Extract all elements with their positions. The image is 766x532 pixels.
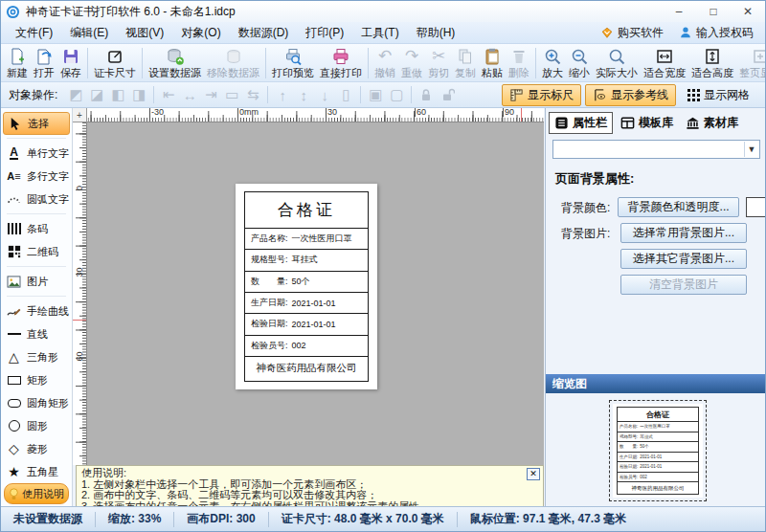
align-right-icon[interactable]: ⇥ [200,85,221,104]
copy-button[interactable]: 复制 [452,45,479,81]
tool-circle[interactable]: 圆形 [1,414,72,437]
tool-triangle[interactable]: △ 三角形 [1,345,72,368]
lock-icon[interactable] [416,85,437,104]
tool-select[interactable]: 选择 [3,112,70,135]
align-bottom-icon[interactable]: ↓ [314,85,335,104]
move-up-layer-icon[interactable]: ◧ [107,85,128,104]
menu-print[interactable]: 打印(P) [297,23,352,43]
choose-other-background-button[interactable]: 选择其它背景图片... [620,249,747,269]
unlock-icon[interactable] [437,85,458,104]
card-company-name[interactable]: 神奇医药用品有限公司 [245,357,368,381]
bring-to-front-icon[interactable]: ◩ [65,85,86,104]
show-guides-toggle[interactable]: 显示参考线 [585,84,676,106]
delete-button[interactable]: 删除 [506,45,532,81]
tool-image[interactable]: 图片 [1,270,72,293]
tool-arc-text[interactable]: 圆弧文字 [1,188,72,211]
ruler-tick-label: 90 [503,108,514,117]
paste-button[interactable]: 粘贴 [479,45,506,81]
certificate-title[interactable]: 合格证 [245,192,368,229]
distribute-horizontal-icon[interactable]: ⇆ [242,85,263,104]
fit-height-button[interactable]: 适合高度 [688,45,736,81]
tool-qrcode[interactable]: 二维码 [1,240,72,263]
divider [7,266,66,267]
toolbar-separator [360,86,361,103]
clear-background-button[interactable]: 清空背景图片 [620,275,747,295]
buy-software-button[interactable]: 购买软件 [600,25,664,41]
align-top-icon[interactable]: ↑ [272,85,293,104]
triangle-icon: △ [6,349,22,365]
menu-view[interactable]: 视图(V) [117,23,172,43]
card-row-product-name[interactable]: 产品名称:一次性医用口罩 [245,229,368,250]
menu-datasource[interactable]: 数据源(D) [230,23,298,43]
tool-star[interactable]: ★ 五角星 [1,460,72,483]
tool-barcode[interactable]: 条码 [1,217,72,240]
card-size-button[interactable]: 证卡尺寸 [91,45,139,81]
background-color-button[interactable]: 背景颜色和透明度... [618,197,739,217]
ruler-tick-label: -30 [149,108,164,117]
move-down-layer-icon[interactable]: ◨ [128,85,149,104]
tool-single-line-text[interactable]: A 单行文字 [1,142,72,165]
zoom-in-button[interactable]: 放大 [539,45,566,81]
menu-tools[interactable]: 工具(T) [352,23,407,43]
zoom-out-button[interactable]: 缩小 [566,45,593,81]
minimize-button[interactable]: – [662,1,696,22]
print-preview-button[interactable]: 打印预览 [269,45,317,81]
direct-print-button[interactable]: 直接打印 [317,45,365,81]
menu-object[interactable]: 对象(O) [172,23,229,43]
maximize-button[interactable]: □ [696,1,731,22]
card-row-inspector-id[interactable]: 检验员号:002 [245,336,368,357]
new-button[interactable]: 新建 [4,45,31,81]
tool-freehand-curve[interactable]: 手绘曲线 [1,299,72,322]
object-selector-dropdown[interactable]: ▼ [552,140,760,159]
open-button[interactable]: 打开 [31,45,57,81]
remove-datasource-button[interactable]: 移除数据源 [204,45,262,81]
show-grid-toggle[interactable]: 显示网格 [680,84,757,106]
card-row-spec-model[interactable]: 规格型号:耳挂式 [245,250,368,271]
card-row-inspection-date[interactable]: 检验日期:2021-01-01 [245,314,368,335]
tool-line[interactable]: 直线 [1,322,72,345]
tab-template-library[interactable]: 模板库 [616,113,678,133]
same-height-icon[interactable]: ▯ [335,85,356,104]
full-page-button[interactable]: 整页显示 [736,45,766,81]
design-canvas[interactable]: 合格证 产品名称:一次性医用口罩 规格型号:耳挂式 数 量:50个 生产日期:2… [87,122,544,465]
menu-edit[interactable]: 编辑(E) [61,23,117,43]
background-color-swatch[interactable] [746,197,766,217]
set-datasource-button[interactable]: 设置数据源 [146,45,204,81]
tool-rounded-rectangle[interactable]: 圆角矩形 [1,391,72,414]
fit-width-button[interactable]: 适合宽度 [641,45,688,81]
card-row-quantity[interactable]: 数 量:50个 [245,272,368,293]
cut-button[interactable]: ✂ 剪切 [425,45,452,81]
save-button[interactable]: 保存 [57,45,84,81]
undo-button[interactable]: ↶ 撤销 [372,45,398,81]
enter-license-button[interactable]: 输入授权码 [679,25,754,41]
tab-material-library[interactable]: 素材库 [681,113,743,133]
redo-button[interactable]: ↷ 重做 [398,45,425,81]
close-button[interactable]: ✕ [731,1,765,22]
tool-rectangle[interactable]: 矩形 [1,368,72,391]
tool-multi-line-text[interactable]: A≡ 多行文字 [1,165,72,188]
menu-file[interactable]: 文件(F) [7,23,61,43]
send-to-back-icon[interactable]: ◪ [86,85,107,104]
align-center-horizontal-icon[interactable]: ↔ [179,85,200,104]
tool-diamond[interactable]: ◇ 菱形 [1,437,72,460]
group-icon[interactable]: ▣ [365,85,386,104]
thumbnail-card-footer: 神奇医药用品有限公司 [618,482,698,494]
actual-size-button[interactable]: 实际大小 [593,45,641,81]
close-tips-icon[interactable]: ✕ [527,468,540,480]
show-ruler-toggle[interactable]: 显示标尺 [502,84,581,106]
status-zoom-level: 缩放: 33% [96,511,173,527]
toolbar-separator [535,48,536,78]
card-row-production-date[interactable]: 生产日期:2021-01-01 [245,293,368,314]
tab-properties[interactable]: 属性栏 [549,112,613,134]
choose-common-background-button[interactable]: 选择常用背景图片... [620,223,747,243]
certificate-card[interactable]: 合格证 产品名称:一次性医用口罩 规格型号:耳挂式 数 量:50个 生产日期:2… [236,184,377,389]
ungroup-icon[interactable]: ▢ [386,85,407,104]
same-width-icon[interactable]: ▭ [221,85,242,104]
object-toolbar: 对象操作: ◩ ◪ ◧ ◨ ⇤ ↔ ⇥ ▭ ⇆ ↑ ↕ ↓ ▯ ▣ ▢ 显示标尺… [1,82,765,108]
align-center-vertical-icon[interactable]: ↕ [293,85,314,104]
align-left-icon[interactable]: ⇤ [158,85,179,104]
usage-tips-title: 使用说明: [81,468,538,479]
thumbnail-card-row: 规格型号:耳挂式 [618,432,698,443]
usage-help-button[interactable]: 使用说明 [4,483,69,504]
menu-help[interactable]: 帮助(H) [408,23,464,43]
